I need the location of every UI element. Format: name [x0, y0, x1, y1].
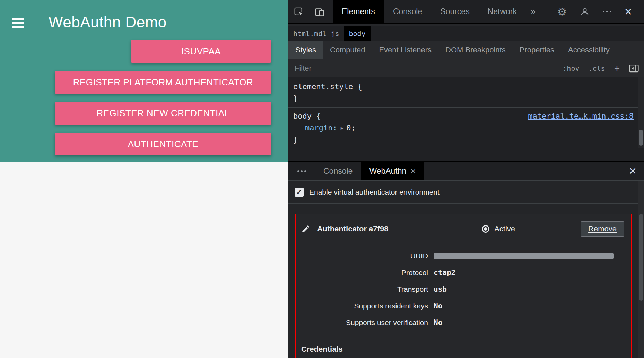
inspect-element-icon[interactable]: [288, 0, 309, 23]
dom-tree-clipped: [288, 24, 644, 26]
app-title: WebAuthn Demo: [49, 14, 167, 31]
body-rule-close: }: [288, 134, 644, 146]
tab-dom-breakpoints[interactable]: DOM Breakpoints: [438, 41, 513, 59]
isuvpaa-button[interactable]: ISUVPAA: [131, 40, 271, 63]
remove-authenticator-button[interactable]: Remove: [581, 221, 624, 237]
css-property-name[interactable]: margin:: [305, 122, 337, 134]
menu-icon[interactable]: [12, 18, 26, 28]
stylesheet-link[interactable]: material.te…k.min.css:8: [528, 110, 644, 122]
drawer-tab-strip: Console WebAuthn × ×: [288, 162, 644, 181]
checkmark-icon: ✓: [296, 188, 302, 196]
tab-event-listeners[interactable]: Event Listeners: [372, 41, 438, 59]
styles-tab-strip: Styles Computed Event Listeners DOM Brea…: [288, 41, 644, 59]
uuid-masked-bar: [434, 253, 614, 259]
drawer-tab-console[interactable]: Console: [315, 162, 361, 180]
body-rule: body { material.te…k.min.css:8: [288, 110, 644, 122]
drawer-right: ×: [629, 162, 644, 180]
settings-gear-icon[interactable]: ⚙: [552, 7, 572, 17]
authenticator-card: Authenticator a7f98 Active Remove UUID: [295, 214, 632, 358]
more-tabs-icon[interactable]: »: [526, 0, 540, 23]
body-selector[interactable]: body {: [288, 110, 321, 122]
active-radio-icon[interactable]: [482, 225, 489, 233]
breadcrumb-body[interactable]: body: [344, 26, 370, 41]
screen: WebAuthn Demo ISUVPAA REGISTER PLATFORM …: [0, 0, 644, 358]
drawer-menu-icon[interactable]: [288, 162, 315, 180]
filter-extras: :hov .cls +: [563, 63, 639, 74]
rule-separator: [288, 107, 644, 108]
tab-computed[interactable]: Computed: [323, 41, 372, 59]
styles-filter-bar: :hov .cls +: [288, 59, 644, 77]
enable-virtual-authenticator-checkbox[interactable]: ✓: [295, 188, 304, 197]
active-radio-group[interactable]: Active: [482, 224, 515, 233]
field-row-resident-keys: Supports resident keys No: [301, 298, 624, 314]
toggle-sidebar-icon[interactable]: [629, 64, 639, 73]
expand-arrow-icon[interactable]: ▶: [341, 122, 343, 134]
devtools-toolbar-right: ⚙ ×: [552, 0, 644, 23]
enable-virtual-authenticator-label: Enable virtual authenticator environment: [309, 188, 440, 196]
edit-pencil-icon[interactable]: [301, 224, 315, 233]
field-row-uuid: UUID: [301, 248, 624, 264]
resident-keys-label: Supports resident keys: [301, 302, 428, 310]
close-webauthn-tab-icon[interactable]: ×: [410, 167, 416, 176]
field-row-transport: Transport usb: [301, 281, 624, 298]
css-property-value[interactable]: 0;: [346, 122, 356, 134]
authenticator-title: Authenticator a7f98: [317, 224, 388, 233]
register-new-credential-button[interactable]: REGISTER NEW CREDENTIAL: [55, 102, 271, 125]
toggle-class-button[interactable]: .cls: [588, 64, 605, 73]
drawer-tab-webauthn-label: WebAuthn: [369, 167, 406, 176]
panel-splitter[interactable]: [288, 148, 644, 162]
protocol-value: ctap2: [434, 268, 624, 277]
active-label: Active: [494, 224, 515, 233]
register-platform-authenticator-button[interactable]: REGISTER PLATFORM AUTHENTICATOR: [55, 71, 271, 94]
webauthn-demo-app: WebAuthn Demo ISUVPAA REGISTER PLATFORM …: [0, 0, 288, 358]
protocol-label: Protocol: [301, 268, 428, 277]
tab-elements[interactable]: Elements: [333, 0, 384, 23]
field-row-protocol: Protocol ctap2: [301, 264, 624, 281]
close-drawer-icon[interactable]: ×: [629, 165, 636, 177]
element-style-rule[interactable]: element.style {: [288, 77, 644, 93]
tab-styles[interactable]: Styles: [288, 41, 323, 59]
scrollbar[interactable]: [638, 181, 644, 358]
authenticator-header: Authenticator a7f98 Active Remove: [301, 221, 624, 237]
user-verification-label: Supports user verification: [301, 318, 428, 327]
credentials-heading: Credentials: [301, 345, 624, 354]
webauthn-drawer: ✓ Enable virtual authenticator environme…: [288, 181, 644, 358]
field-row-user-verification: Supports user verification No: [301, 314, 624, 331]
virtual-authenticator-toggle-row: ✓ Enable virtual authenticator environme…: [288, 181, 644, 204]
tab-sources[interactable]: Sources: [431, 0, 478, 23]
device-toolbar-icon[interactable]: [309, 0, 330, 23]
uuid-label: UUID: [301, 252, 428, 260]
tab-console[interactable]: Console: [384, 0, 431, 23]
toggle-hover-button[interactable]: :hov: [563, 64, 579, 73]
tab-network[interactable]: Network: [479, 0, 526, 23]
user-icon[interactable]: [575, 7, 595, 17]
scrollbar[interactable]: [638, 77, 644, 148]
app-header-block: WebAuthn Demo ISUVPAA REGISTER PLATFORM …: [0, 0, 288, 162]
close-devtools-icon[interactable]: ×: [619, 6, 637, 18]
authenticator-fields: UUID Protocol ctap2 Transport usb: [301, 248, 624, 331]
user-verification-value: No: [434, 318, 624, 327]
margin-declaration[interactable]: margin: ▶ 0;: [288, 122, 644, 134]
tab-properties[interactable]: Properties: [513, 41, 561, 59]
new-style-rule-button[interactable]: +: [614, 63, 620, 74]
transport-value: usb: [434, 285, 624, 293]
breadcrumb-html[interactable]: html.mdl-js: [288, 26, 344, 41]
element-style-close: }: [288, 93, 644, 104]
breadcrumb: html.mdl-js body: [288, 26, 644, 41]
more-options-icon[interactable]: [598, 11, 617, 12]
devtools-panel: Elements Console Sources Network » ⚙: [288, 0, 644, 358]
uuid-value: [434, 253, 624, 259]
styles-pane: element.style { } body { material.te…k.m…: [288, 77, 644, 148]
authenticate-button[interactable]: AUTHENTICATE: [55, 133, 271, 155]
resident-keys-value: No: [434, 302, 624, 310]
app-header: WebAuthn Demo: [0, 0, 288, 33]
tab-accessibility[interactable]: Accessibility: [561, 41, 617, 59]
drawer-tab-webauthn[interactable]: WebAuthn ×: [361, 162, 424, 180]
devtools-toolbar: Elements Console Sources Network » ⚙: [288, 0, 644, 24]
styles-filter-input[interactable]: [295, 64, 563, 73]
transport-label: Transport: [301, 285, 428, 293]
devtools-tab-strip: Elements Console Sources Network »: [333, 0, 540, 23]
